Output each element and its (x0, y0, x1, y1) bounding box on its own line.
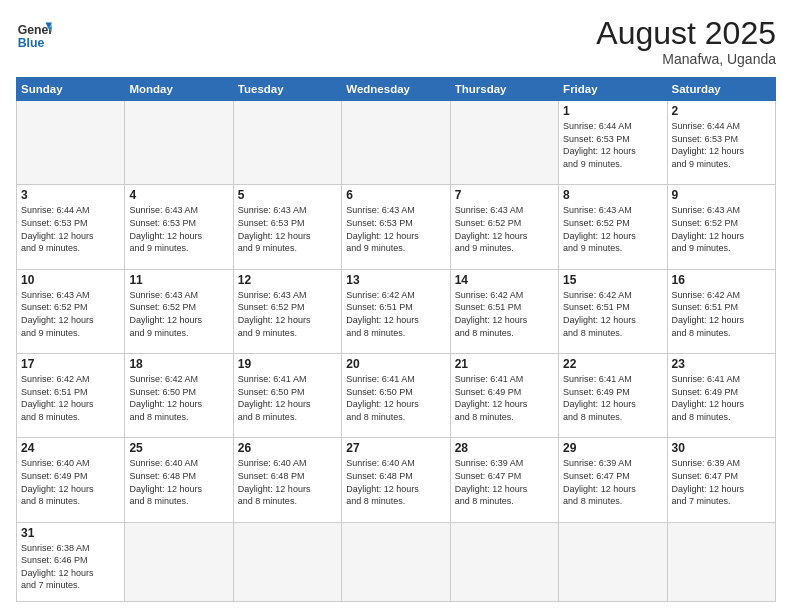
calendar-week-4: 24Sunrise: 6:40 AM Sunset: 6:49 PM Dayli… (17, 438, 776, 522)
calendar-week-0: 1Sunrise: 6:44 AM Sunset: 6:53 PM Daylig… (17, 101, 776, 185)
calendar-cell (667, 522, 775, 601)
day-info: Sunrise: 6:41 AM Sunset: 6:50 PM Dayligh… (238, 373, 337, 423)
calendar-cell: 16Sunrise: 6:42 AM Sunset: 6:51 PM Dayli… (667, 269, 775, 353)
day-info: Sunrise: 6:44 AM Sunset: 6:53 PM Dayligh… (672, 120, 771, 170)
day-number: 3 (21, 188, 120, 202)
main-title: August 2025 (596, 16, 776, 51)
calendar-cell: 10Sunrise: 6:43 AM Sunset: 6:52 PM Dayli… (17, 269, 125, 353)
calendar-cell: 8Sunrise: 6:43 AM Sunset: 6:52 PM Daylig… (559, 185, 667, 269)
day-info: Sunrise: 6:43 AM Sunset: 6:52 PM Dayligh… (672, 204, 771, 254)
calendar-cell (125, 522, 233, 601)
calendar-cell: 11Sunrise: 6:43 AM Sunset: 6:52 PM Dayli… (125, 269, 233, 353)
calendar-cell (342, 101, 450, 185)
calendar-cell: 19Sunrise: 6:41 AM Sunset: 6:50 PM Dayli… (233, 354, 341, 438)
day-number: 18 (129, 357, 228, 371)
calendar-cell (450, 522, 558, 601)
day-number: 27 (346, 441, 445, 455)
calendar-week-5: 31Sunrise: 6:38 AM Sunset: 6:46 PM Dayli… (17, 522, 776, 601)
header: General Blue August 2025 Manafwa, Uganda (16, 16, 776, 67)
day-number: 30 (672, 441, 771, 455)
calendar-cell: 1Sunrise: 6:44 AM Sunset: 6:53 PM Daylig… (559, 101, 667, 185)
days-header-row: SundayMondayTuesdayWednesdayThursdayFrid… (17, 78, 776, 101)
day-number: 1 (563, 104, 662, 118)
calendar-table: SundayMondayTuesdayWednesdayThursdayFrid… (16, 77, 776, 602)
day-number: 31 (21, 526, 120, 540)
day-number: 21 (455, 357, 554, 371)
calendar-header: SundayMondayTuesdayWednesdayThursdayFrid… (17, 78, 776, 101)
day-header-friday: Friday (559, 78, 667, 101)
calendar-cell: 12Sunrise: 6:43 AM Sunset: 6:52 PM Dayli… (233, 269, 341, 353)
calendar-cell: 22Sunrise: 6:41 AM Sunset: 6:49 PM Dayli… (559, 354, 667, 438)
calendar-cell: 27Sunrise: 6:40 AM Sunset: 6:48 PM Dayli… (342, 438, 450, 522)
day-info: Sunrise: 6:43 AM Sunset: 6:52 PM Dayligh… (455, 204, 554, 254)
day-number: 12 (238, 273, 337, 287)
calendar-cell: 24Sunrise: 6:40 AM Sunset: 6:49 PM Dayli… (17, 438, 125, 522)
calendar-cell: 23Sunrise: 6:41 AM Sunset: 6:49 PM Dayli… (667, 354, 775, 438)
day-info: Sunrise: 6:43 AM Sunset: 6:52 PM Dayligh… (21, 289, 120, 339)
day-number: 19 (238, 357, 337, 371)
day-info: Sunrise: 6:40 AM Sunset: 6:48 PM Dayligh… (129, 457, 228, 507)
day-number: 15 (563, 273, 662, 287)
day-info: Sunrise: 6:44 AM Sunset: 6:53 PM Dayligh… (21, 204, 120, 254)
day-info: Sunrise: 6:41 AM Sunset: 6:49 PM Dayligh… (672, 373, 771, 423)
calendar-cell: 6Sunrise: 6:43 AM Sunset: 6:53 PM Daylig… (342, 185, 450, 269)
day-info: Sunrise: 6:39 AM Sunset: 6:47 PM Dayligh… (563, 457, 662, 507)
day-number: 25 (129, 441, 228, 455)
calendar-cell: 25Sunrise: 6:40 AM Sunset: 6:48 PM Dayli… (125, 438, 233, 522)
day-info: Sunrise: 6:40 AM Sunset: 6:48 PM Dayligh… (238, 457, 337, 507)
day-number: 28 (455, 441, 554, 455)
calendar-cell: 31Sunrise: 6:38 AM Sunset: 6:46 PM Dayli… (17, 522, 125, 601)
day-info: Sunrise: 6:38 AM Sunset: 6:46 PM Dayligh… (21, 542, 120, 592)
logo: General Blue (16, 16, 52, 52)
calendar-cell: 30Sunrise: 6:39 AM Sunset: 6:47 PM Dayli… (667, 438, 775, 522)
calendar-cell: 26Sunrise: 6:40 AM Sunset: 6:48 PM Dayli… (233, 438, 341, 522)
day-number: 11 (129, 273, 228, 287)
calendar-cell (233, 522, 341, 601)
calendar-cell: 9Sunrise: 6:43 AM Sunset: 6:52 PM Daylig… (667, 185, 775, 269)
day-number: 26 (238, 441, 337, 455)
calendar-cell: 29Sunrise: 6:39 AM Sunset: 6:47 PM Dayli… (559, 438, 667, 522)
calendar-cell: 7Sunrise: 6:43 AM Sunset: 6:52 PM Daylig… (450, 185, 558, 269)
day-info: Sunrise: 6:43 AM Sunset: 6:53 PM Dayligh… (346, 204, 445, 254)
day-header-sunday: Sunday (17, 78, 125, 101)
day-number: 22 (563, 357, 662, 371)
day-info: Sunrise: 6:44 AM Sunset: 6:53 PM Dayligh… (563, 120, 662, 170)
calendar-cell (342, 522, 450, 601)
calendar-cell: 21Sunrise: 6:41 AM Sunset: 6:49 PM Dayli… (450, 354, 558, 438)
day-info: Sunrise: 6:39 AM Sunset: 6:47 PM Dayligh… (672, 457, 771, 507)
calendar-body: 1Sunrise: 6:44 AM Sunset: 6:53 PM Daylig… (17, 101, 776, 602)
day-info: Sunrise: 6:43 AM Sunset: 6:52 PM Dayligh… (129, 289, 228, 339)
day-info: Sunrise: 6:40 AM Sunset: 6:48 PM Dayligh… (346, 457, 445, 507)
calendar-cell (17, 101, 125, 185)
calendar-cell: 4Sunrise: 6:43 AM Sunset: 6:53 PM Daylig… (125, 185, 233, 269)
day-number: 9 (672, 188, 771, 202)
calendar-cell (233, 101, 341, 185)
day-info: Sunrise: 6:42 AM Sunset: 6:51 PM Dayligh… (346, 289, 445, 339)
calendar-cell: 28Sunrise: 6:39 AM Sunset: 6:47 PM Dayli… (450, 438, 558, 522)
day-number: 20 (346, 357, 445, 371)
calendar-cell: 15Sunrise: 6:42 AM Sunset: 6:51 PM Dayli… (559, 269, 667, 353)
day-number: 8 (563, 188, 662, 202)
calendar-cell: 13Sunrise: 6:42 AM Sunset: 6:51 PM Dayli… (342, 269, 450, 353)
day-info: Sunrise: 6:42 AM Sunset: 6:51 PM Dayligh… (563, 289, 662, 339)
calendar-cell (450, 101, 558, 185)
day-info: Sunrise: 6:41 AM Sunset: 6:49 PM Dayligh… (563, 373, 662, 423)
calendar-cell: 20Sunrise: 6:41 AM Sunset: 6:50 PM Dayli… (342, 354, 450, 438)
title-block: August 2025 Manafwa, Uganda (596, 16, 776, 67)
day-info: Sunrise: 6:43 AM Sunset: 6:52 PM Dayligh… (563, 204, 662, 254)
day-info: Sunrise: 6:42 AM Sunset: 6:51 PM Dayligh… (672, 289, 771, 339)
page: General Blue August 2025 Manafwa, Uganda… (0, 0, 792, 612)
day-number: 13 (346, 273, 445, 287)
calendar-cell: 14Sunrise: 6:42 AM Sunset: 6:51 PM Dayli… (450, 269, 558, 353)
day-number: 5 (238, 188, 337, 202)
day-header-monday: Monday (125, 78, 233, 101)
calendar-cell (559, 522, 667, 601)
day-info: Sunrise: 6:42 AM Sunset: 6:51 PM Dayligh… (455, 289, 554, 339)
calendar-week-1: 3Sunrise: 6:44 AM Sunset: 6:53 PM Daylig… (17, 185, 776, 269)
calendar-week-3: 17Sunrise: 6:42 AM Sunset: 6:51 PM Dayli… (17, 354, 776, 438)
day-number: 16 (672, 273, 771, 287)
day-number: 24 (21, 441, 120, 455)
calendar-cell: 5Sunrise: 6:43 AM Sunset: 6:53 PM Daylig… (233, 185, 341, 269)
day-info: Sunrise: 6:42 AM Sunset: 6:51 PM Dayligh… (21, 373, 120, 423)
calendar-week-2: 10Sunrise: 6:43 AM Sunset: 6:52 PM Dayli… (17, 269, 776, 353)
